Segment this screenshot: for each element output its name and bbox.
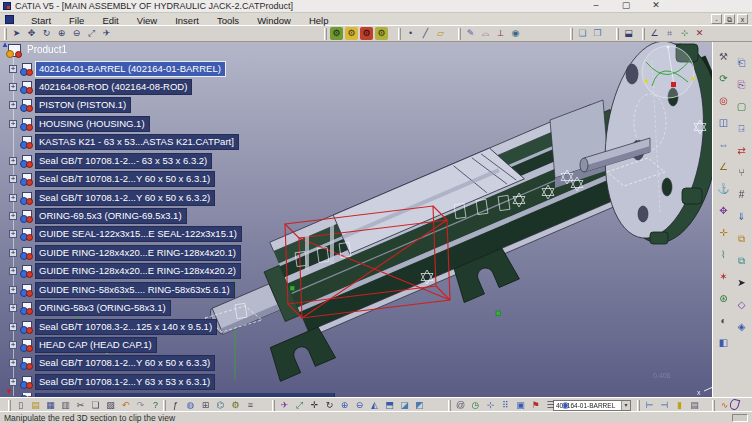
- expand-toggle[interactable]: +: [9, 157, 17, 165]
- toolbar-grip[interactable]: [458, 28, 461, 40]
- tree-item-label[interactable]: GUIDE RING-58x63x5.... RING-58x63x5.6.1): [35, 282, 235, 298]
- new-product-icon[interactable]: ⎗: [735, 56, 748, 69]
- tree-item-label[interactable]: Seal GB/T 10708.1-2...Y 63 x 53 x 6.3.1): [35, 374, 215, 390]
- part-icon[interactable]: [22, 357, 32, 369]
- tree-scroll-up-icon[interactable]: ▲: [1, 42, 9, 49]
- tree-item-label[interactable]: PISTON (PISTON.1): [35, 97, 131, 113]
- tree-item-label[interactable]: GUIDE RING-128x4x20...E RING-128x4x20.2): [35, 263, 241, 279]
- tree-item-label[interactable]: Product1: [24, 43, 71, 57]
- rotate-icon[interactable]: ↻: [40, 27, 53, 40]
- close-button[interactable]: ✕: [648, 0, 664, 10]
- section-box-icon[interactable]: ⬓: [622, 27, 635, 40]
- mdi-minimize-button[interactable]: -: [711, 14, 722, 24]
- expand-toggle[interactable]: +: [9, 267, 17, 275]
- offset-constraint-icon[interactable]: ⇔: [717, 138, 730, 151]
- part-icon[interactable]: [22, 99, 32, 111]
- part-icon[interactable]: [22, 376, 32, 388]
- menu-tools[interactable]: Tools: [208, 15, 248, 26]
- menu-start[interactable]: Start: [22, 15, 60, 26]
- 3d-viewport[interactable]: z x y 0.406 Product1+402164-01-BARREL (4…: [0, 42, 712, 397]
- pan-icon[interactable]: ✥: [25, 27, 38, 40]
- generate-numbering-icon[interactable]: #: [735, 188, 748, 201]
- part-icon[interactable]: [22, 284, 32, 296]
- toolbar-grip[interactable]: [642, 28, 645, 40]
- iso-view-icon[interactable]: ❐: [591, 27, 604, 40]
- toolbar-grip[interactable]: [448, 400, 451, 412]
- toolbar-grip[interactable]: [616, 28, 619, 40]
- tree-item-label[interactable]: 402164-08-ROD (402164-08-ROD): [35, 79, 192, 95]
- smart-move-icon[interactable]: ✥: [717, 204, 730, 217]
- operation-icon[interactable]: ◉: [509, 27, 522, 40]
- part-icon[interactable]: [22, 173, 32, 185]
- part-icon[interactable]: [22, 321, 32, 333]
- toolbar-grip[interactable]: [4, 28, 7, 40]
- toolbar-grip[interactable]: [398, 28, 401, 40]
- tree-scroll-down-icon[interactable]: ▼: [5, 388, 13, 396]
- expand-toggle[interactable]: +: [9, 120, 17, 128]
- toolbar-grip[interactable]: [637, 400, 640, 412]
- part-icon[interactable]: [22, 210, 32, 222]
- toolbar-grip[interactable]: [8, 400, 11, 412]
- grid-icon[interactable]: ⌗: [663, 27, 676, 40]
- update-icon[interactable]: ⟳: [717, 72, 730, 85]
- menu-view[interactable]: View: [128, 15, 166, 26]
- toolbar-grip[interactable]: [163, 400, 166, 412]
- angle-constraint-icon[interactable]: ∠: [717, 160, 730, 173]
- mdi-restore-button[interactable]: ⧉: [724, 14, 735, 24]
- compass-origin[interactable]: [671, 82, 676, 87]
- snap-icon[interactable]: ⌇: [717, 248, 730, 261]
- isolate-icon[interactable]: ◇: [735, 298, 748, 311]
- replace-component-icon[interactable]: ⇄: [735, 144, 748, 157]
- front-view-icon[interactable]: ❏: [576, 27, 589, 40]
- catalog-olive-icon[interactable]: ⚙: [375, 27, 388, 40]
- pointer-icon[interactable]: ➤: [735, 276, 748, 289]
- menu-window[interactable]: Window: [248, 15, 300, 26]
- multi-instantiation-icon[interactable]: ⧉: [735, 232, 748, 245]
- toolbar-grip[interactable]: [712, 400, 715, 412]
- part-icon[interactable]: [22, 228, 32, 240]
- explode-icon[interactable]: ✶: [717, 270, 730, 283]
- point-icon[interactable]: •: [404, 27, 417, 40]
- tree-item-label[interactable]: ORING-69.5x3 (ORING-69.5x3.1): [35, 208, 187, 224]
- new-component-icon[interactable]: ⎘: [735, 78, 748, 91]
- tree-item-label[interactable]: HEAD CAP (HEAD CAP.1): [35, 337, 157, 353]
- sectioning-icon[interactable]: ◧: [717, 336, 730, 349]
- catalog-red-icon[interactable]: ⚙: [360, 27, 373, 40]
- expand-toggle[interactable]: +: [9, 175, 17, 183]
- menu-help[interactable]: Help: [300, 15, 338, 26]
- axis-system-icon[interactable]: ⊹: [678, 27, 691, 40]
- mdi-close-button[interactable]: x: [737, 14, 748, 24]
- tree-item-label[interactable]: KASTAS K21 - 63 x 53...ASTAS K21.CATPart…: [35, 134, 239, 150]
- expand-toggle[interactable]: +: [9, 249, 17, 257]
- contact-constraint-icon[interactable]: ◫: [717, 116, 730, 129]
- tree-item-label[interactable]: 402164-01-BARREL (402164-01-BARREL): [35, 61, 226, 77]
- compass-tool-icon[interactable]: ⊛: [717, 292, 730, 305]
- tree-item-label[interactable]: ORING-58x3 (ORING-58x3.1): [35, 300, 171, 316]
- part-icon[interactable]: [22, 81, 32, 93]
- part-icon[interactable]: [22, 155, 32, 167]
- select-icon[interactable]: ➤: [10, 27, 23, 40]
- expand-toggle[interactable]: +: [9, 230, 17, 238]
- fit-all-icon[interactable]: ⤢: [85, 27, 98, 40]
- constraint-icon[interactable]: ⟂: [494, 27, 507, 40]
- expand-toggle[interactable]: +: [9, 323, 17, 331]
- anchor-constraint-icon[interactable]: ⚓: [717, 182, 730, 195]
- catalog-green-icon[interactable]: ⚙: [330, 27, 343, 40]
- measure-icon[interactable]: ∠: [648, 27, 661, 40]
- render-style-icon[interactable]: ◐: [717, 314, 730, 327]
- graph-tree-reordering-icon[interactable]: ⑂: [735, 166, 748, 179]
- manipulate-icon[interactable]: ✛: [717, 226, 730, 239]
- coincidence-constraint-icon[interactable]: ◎: [717, 94, 730, 107]
- expand-toggle[interactable]: +: [9, 341, 17, 349]
- expand-toggle[interactable]: +: [9, 304, 17, 312]
- minimize-button[interactable]: –: [588, 0, 604, 10]
- maximize-button[interactable]: ▢: [618, 0, 634, 10]
- selective-load-icon[interactable]: ⇓: [735, 210, 748, 223]
- tree-item-label[interactable]: HOUSING (HOUSING.1): [35, 116, 150, 132]
- expand-toggle[interactable]: +: [9, 65, 17, 73]
- expand-toggle[interactable]: +: [9, 83, 17, 91]
- menu-file[interactable]: File: [60, 15, 93, 26]
- toolbar-grip[interactable]: [272, 400, 275, 412]
- part-icon[interactable]: [22, 302, 32, 314]
- expand-toggle[interactable]: +: [9, 378, 17, 386]
